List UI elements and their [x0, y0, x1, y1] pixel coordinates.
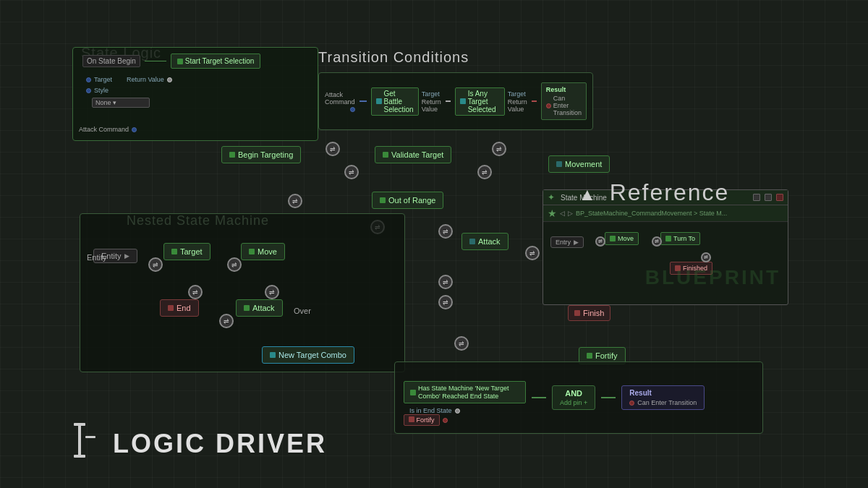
nested-sm-panel: Entity Target Move End: [80, 213, 405, 372]
bp-transfer-1: ⇌: [595, 236, 605, 247]
logic-driver-icon: [58, 421, 101, 466]
logo-area: LOGIC DRIVER: [58, 421, 327, 466]
blueprint-panel: ✦ State Machine ★ ◁ ▷ BP_StateMachine_Co…: [542, 189, 788, 305]
nested-move-node[interactable]: Move: [241, 243, 285, 260]
bp-move-node[interactable]: Move: [605, 232, 639, 245]
transfer-icon-4: ⇌: [477, 165, 492, 179]
blueprint-watermark: BLUEPRINT: [645, 266, 780, 289]
breadcrumb: BP_StateMachine_CommandMovement > State …: [576, 210, 727, 217]
transfer-icon-5: ⇌: [288, 194, 302, 208]
transfer-icon-1: ⇌: [326, 142, 340, 156]
minimize-button[interactable]: [753, 194, 760, 201]
nested-end-node[interactable]: End: [160, 299, 199, 317]
main-canvas: State Logic On State Begin Start Target …: [0, 0, 868, 488]
svg-rect-23: [74, 423, 85, 426]
maximize-button[interactable]: [765, 194, 772, 201]
movement-node[interactable]: Movement: [548, 155, 610, 173]
transfer-icon-2: ⇌: [492, 142, 506, 156]
attack-main-node[interactable]: Attack: [461, 233, 509, 250]
start-target-selection-node: Start Target Selection: [171, 53, 260, 69]
validate-target-node[interactable]: Validate Target: [375, 146, 451, 163]
entity-label: Entity: [87, 253, 107, 262]
finish-node[interactable]: Finish: [568, 305, 610, 321]
transition-conditions-label: Transition Conditions: [318, 49, 469, 66]
over-label: Over: [294, 307, 311, 315]
transfer-icon-3: ⇌: [344, 165, 359, 179]
bp-transfer-2: ⇌: [652, 236, 662, 247]
nested-transfer-2: ⇌: [227, 257, 242, 272]
transfer-icon-10: ⇌: [438, 295, 453, 309]
svg-rect-26: [85, 436, 95, 438]
transfer-icon-7: ⇌: [438, 224, 453, 239]
begin-targeting-node[interactable]: Begin Targeting: [221, 146, 301, 163]
transfer-icon-9: ⇌: [438, 275, 453, 289]
nav-forward[interactable]: ▷: [568, 210, 573, 217]
new-target-combo-node[interactable]: New Target Combo: [262, 346, 354, 364]
svg-rect-24: [78, 426, 81, 455]
close-button[interactable]: [776, 194, 783, 201]
on-state-begin-node: On State Begin: [82, 55, 140, 67]
result-node-helper: Result Can Enter Transition: [621, 385, 705, 410]
fortify-input: Fortify: [404, 414, 448, 426]
transfer-icon-8: ⇌: [525, 246, 540, 260]
transition-conditions-panel: Attack Command Get Battle Selection Targ…: [318, 72, 593, 130]
bp-transfer-3: ⇌: [701, 252, 711, 262]
svg-rect-25: [74, 455, 85, 458]
has-state-machine-node: Has State Machine 'New Target Combo' Rea…: [404, 381, 526, 415]
out-of-range-node[interactable]: Out of Range: [372, 192, 443, 209]
reference-label: ▲ Reference: [579, 179, 729, 206]
nested-target-node[interactable]: Target: [163, 243, 210, 260]
get-battle-selection-node: Get Battle Selection: [371, 87, 419, 116]
logo-text: LOGIC DRIVER: [113, 429, 327, 459]
nested-transfer-3: ⇌: [188, 285, 203, 299]
is-any-target-selected-node: Is Any Target Selected: [455, 87, 505, 116]
bp-entry-node: Entry: [550, 236, 584, 248]
breadcrumb-bar: ★ ◁ ▷ BP_StateMachine_CommandMovement > …: [543, 205, 788, 222]
state-logic-panel: On State Begin Start Target Selection Ta…: [72, 47, 318, 141]
nav-back[interactable]: ◁: [560, 210, 565, 217]
nested-transfer-4: ⇌: [265, 285, 279, 299]
nested-attack-node[interactable]: Attack: [236, 299, 283, 317]
and-node: AND Add pin +: [552, 385, 595, 410]
nested-transfer-5: ⇌: [219, 314, 234, 328]
result-node-transition: Result Can Enter Transition: [541, 82, 587, 120]
star-icon: ★: [548, 207, 557, 219]
transfer-icon-11: ⇌: [454, 336, 469, 351]
ue-logo: ✦: [548, 192, 555, 202]
bp-turn-to-node[interactable]: Turn To: [660, 232, 700, 245]
helper-nodes-panel: Has State Machine 'New Target Combo' Rea…: [394, 361, 763, 434]
nested-transfer-1: ⇌: [148, 257, 163, 272]
